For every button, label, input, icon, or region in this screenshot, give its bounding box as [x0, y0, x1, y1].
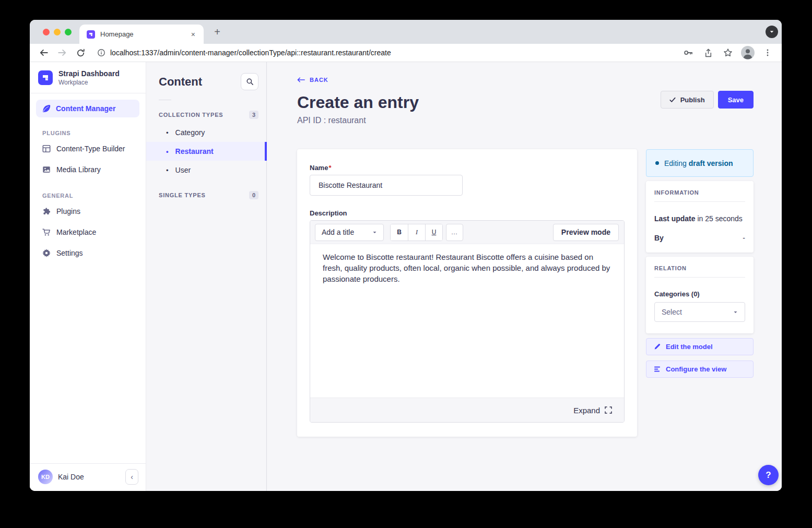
information-panel: INFORMATION Last update in 25 seconds By… — [646, 181, 754, 253]
title-style-select[interactable]: Add a title — [315, 224, 384, 241]
sidebar-item-content-manager[interactable]: Content Manager — [36, 100, 139, 117]
configure-view-label: Configure the view — [666, 365, 726, 373]
content-subnav: Content COLLECTION TYPES 3 • Category • … — [146, 62, 267, 491]
panel-divider — [654, 277, 745, 278]
share-icon[interactable] — [701, 46, 715, 59]
sidebar-item-media-library[interactable]: Media Library — [30, 159, 146, 180]
last-update-row: Last update in 25 seconds — [654, 214, 745, 223]
back-link[interactable]: BACK — [297, 77, 328, 83]
italic-button[interactable]: I — [408, 224, 425, 241]
strapi-logo-icon — [38, 70, 53, 85]
sidebar-section-plugins: PLUGINS — [42, 130, 146, 136]
close-window-button[interactable] — [43, 29, 50, 35]
subnav-item-restaurant[interactable]: • Restaurant — [146, 142, 266, 161]
sidebar-item-label: Content Manager — [56, 104, 115, 113]
subnav-item-category[interactable]: • Category — [146, 123, 266, 142]
back-navigation-icon[interactable] — [37, 46, 51, 59]
tab-title: Homepage — [100, 30, 188, 38]
maximize-window-button[interactable] — [65, 29, 72, 35]
chevron-down-icon — [733, 310, 738, 315]
browser-window: Homepage × + localhost:1337/admin/conten… — [30, 20, 782, 491]
bold-button[interactable]: B — [391, 224, 408, 241]
api-id-subtitle: API ID : restaurant — [297, 116, 754, 125]
collection-types-count-badge: 3 — [249, 111, 258, 119]
status-dot-icon — [655, 161, 659, 165]
draft-status-badge: Editing draft version — [646, 149, 754, 177]
save-button[interactable]: Save — [718, 91, 754, 109]
user-profile-row[interactable]: KD Kai Doe ‹ — [30, 463, 146, 491]
browser-menu-dots-icon[interactable] — [761, 46, 774, 59]
configure-view-button[interactable]: Configure the view — [646, 361, 754, 378]
app-title: Strapi Dashboard — [58, 69, 120, 78]
name-field-label: Name* — [310, 164, 625, 172]
sidebar-item-label: Plugins — [56, 207, 80, 215]
check-icon — [669, 97, 676, 103]
subnav-item-label: Restaurant — [175, 147, 214, 155]
sidebar-item-settings[interactable]: Settings — [30, 243, 146, 263]
gear-icon — [42, 249, 51, 257]
arrow-left-icon — [297, 77, 305, 83]
edit-model-button[interactable]: Edit the model — [646, 338, 754, 355]
sidebar-item-label: Settings — [56, 249, 83, 257]
browser-profile-avatar[interactable] — [741, 46, 755, 59]
bullet-icon: • — [166, 148, 169, 155]
tab-close-icon[interactable]: × — [188, 29, 198, 40]
strapi-favicon-icon — [87, 30, 95, 39]
information-title: INFORMATION — [654, 189, 745, 196]
categories-select[interactable]: Select — [654, 302, 745, 322]
collapse-sidebar-button[interactable]: ‹ — [125, 469, 138, 485]
new-tab-button[interactable]: + — [210, 26, 224, 39]
preview-mode-button[interactable]: Preview mode — [553, 224, 619, 241]
reload-icon[interactable] — [74, 46, 87, 59]
by-row: By - — [654, 234, 745, 242]
editor-footer: Expand — [310, 398, 624, 422]
more-formats-button[interactable]: ... — [446, 224, 463, 241]
picture-icon — [42, 165, 51, 174]
collection-types-label: COLLECTION TYPES — [159, 112, 223, 118]
sidebar-item-label: Media Library — [56, 165, 101, 174]
name-input[interactable] — [310, 175, 463, 196]
subnav-item-user[interactable]: • User — [146, 161, 266, 179]
categories-field-label: Categories (0) — [654, 290, 745, 298]
subnav-item-label: Category — [175, 128, 205, 137]
url-text[interactable]: localhost:1337/admin/content-manager/col… — [110, 49, 391, 57]
puzzle-icon — [42, 207, 51, 215]
search-button[interactable] — [241, 73, 258, 90]
title-style-value: Add a title — [322, 228, 354, 236]
browser-menu-chevron-icon[interactable] — [766, 26, 778, 38]
rich-text-editor: Add a title B I U ... Prev — [310, 220, 625, 423]
pen-feather-icon — [42, 104, 51, 113]
expand-label[interactable]: Expand — [573, 406, 600, 415]
sidebar-item-marketplace[interactable]: Marketplace — [30, 222, 146, 243]
user-avatar: KD — [38, 470, 53, 484]
sidebar-item-plugins[interactable]: Plugins — [30, 201, 146, 222]
minimize-window-button[interactable] — [54, 29, 61, 35]
description-textarea[interactable]: Welcome to Biscotte restaurant! Restaura… — [310, 244, 624, 398]
publish-button[interactable]: Publish — [661, 91, 714, 109]
underline-button[interactable]: U — [425, 224, 442, 241]
relation-title: RELATION — [654, 265, 745, 271]
description-field-label: Description — [310, 209, 625, 217]
subnav-item-label: User — [175, 166, 191, 174]
sidebar-item-label: Marketplace — [56, 228, 96, 236]
browser-tab[interactable]: Homepage × — [79, 25, 204, 44]
sidebar-item-label: Content-Type Builder — [56, 145, 125, 153]
by-value: - — [743, 234, 745, 242]
entry-form-card: Name* Description Add a title — [297, 149, 637, 437]
expand-icon[interactable] — [605, 406, 612, 414]
password-key-icon[interactable] — [681, 46, 695, 59]
bookmark-star-icon[interactable] — [721, 46, 735, 59]
sidebar-divider — [30, 93, 146, 93]
main-content: BACK Create an entry API ID : restaurant… — [267, 62, 782, 491]
address-bar[interactable]: localhost:1337/admin/content-manager/col… — [97, 49, 675, 57]
categories-select-placeholder: Select — [662, 308, 682, 316]
last-update-label: Last update — [654, 214, 696, 223]
help-button[interactable]: ? — [758, 465, 779, 485]
sidebar-section-general: GENERAL — [42, 193, 146, 199]
forward-navigation-icon[interactable] — [55, 46, 69, 59]
pencil-icon — [654, 343, 661, 350]
workspace-brand[interactable]: Strapi Dashboard Workplace — [30, 62, 146, 93]
sidebar-item-content-type-builder[interactable]: Content-Type Builder — [30, 138, 146, 159]
site-info-icon[interactable] — [97, 49, 105, 57]
single-types-count-badge: 0 — [249, 191, 258, 199]
